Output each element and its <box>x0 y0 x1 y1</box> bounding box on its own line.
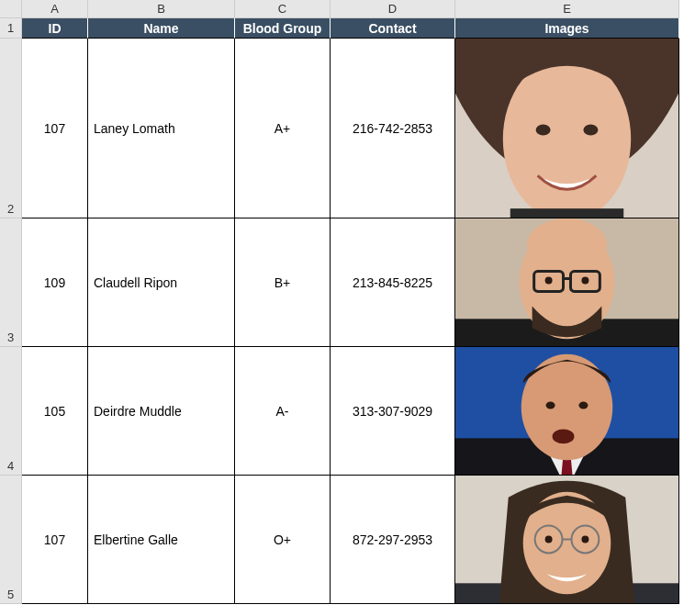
cell-id[interactable]: 105 <box>22 347 88 476</box>
svg-point-8 <box>527 218 608 274</box>
cell-contact[interactable]: 872-297-2953 <box>331 476 455 604</box>
cell-contact[interactable]: 213-845-8225 <box>331 218 455 347</box>
row-header-5[interactable]: 5 <box>0 476 22 604</box>
avatar-woman-smiling <box>455 39 678 218</box>
cell-name[interactable]: Claudell Ripon <box>88 218 235 347</box>
cell-id[interactable]: 107 <box>22 39 88 218</box>
col-header-A[interactable]: A <box>22 0 88 18</box>
header-blood[interactable]: Blood Group <box>235 18 331 39</box>
avatar-man-suit-speaking <box>455 347 678 475</box>
col-header-E[interactable]: E <box>455 0 679 18</box>
cell-name[interactable]: Deirdre Muddle <box>88 347 235 476</box>
row-header-3[interactable]: 3 <box>0 218 22 347</box>
row-header-2[interactable]: 2 <box>0 39 22 218</box>
cell-image[interactable] <box>455 347 679 476</box>
cell-image[interactable] <box>455 39 679 218</box>
cell-id[interactable]: 109 <box>22 218 88 347</box>
header-images[interactable]: Images <box>455 18 679 39</box>
spreadsheet-grid[interactable]: A B C D E 1 ID Name Blood Group Contact … <box>0 0 695 604</box>
svg-point-21 <box>553 429 575 443</box>
svg-point-19 <box>546 402 555 409</box>
svg-point-20 <box>578 402 588 409</box>
header-name[interactable]: Name <box>88 18 235 39</box>
cell-blood[interactable]: A- <box>235 347 331 476</box>
col-header-D[interactable]: D <box>331 0 455 18</box>
avatar-man-long-hair-glasses <box>455 476 678 603</box>
cell-contact[interactable]: 216-742-2853 <box>331 39 455 218</box>
row-header-1[interactable]: 1 <box>0 18 22 39</box>
svg-point-12 <box>545 277 553 285</box>
header-id[interactable]: ID <box>22 18 88 39</box>
cell-blood[interactable]: A+ <box>235 39 331 218</box>
svg-rect-4 <box>510 208 623 218</box>
cell-id[interactable]: 107 <box>22 476 88 604</box>
cell-name[interactable]: Laney Lomath <box>88 39 235 218</box>
cell-blood[interactable]: O+ <box>235 476 331 604</box>
header-contact[interactable]: Contact <box>331 18 455 39</box>
svg-point-3 <box>583 125 598 136</box>
col-header-C[interactable]: C <box>235 0 331 18</box>
cell-contact[interactable]: 313-307-9029 <box>331 347 455 476</box>
select-all-corner[interactable] <box>0 0 22 18</box>
row-header-4[interactable]: 4 <box>0 347 22 476</box>
cell-image[interactable] <box>455 476 679 604</box>
cell-image[interactable] <box>455 218 679 347</box>
col-header-B[interactable]: B <box>88 0 235 18</box>
cell-blood[interactable]: B+ <box>235 218 331 347</box>
svg-point-2 <box>536 125 551 136</box>
svg-point-1 <box>503 57 631 218</box>
svg-point-13 <box>581 277 589 285</box>
avatar-bald-man-glasses <box>455 218 678 346</box>
svg-point-28 <box>545 536 553 543</box>
svg-point-29 <box>581 536 589 543</box>
cell-name[interactable]: Elbertine Galle <box>88 476 235 604</box>
